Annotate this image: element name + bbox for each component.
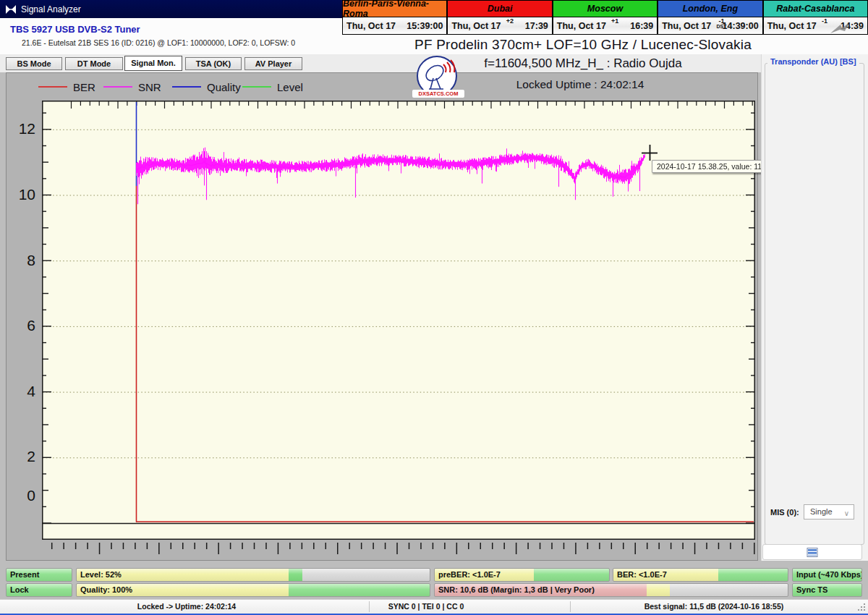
clock-time-row: Thu, Oct 17 15:39:00 (342, 17, 447, 35)
y-tick-label: 4 (7, 382, 35, 401)
clock-date: Thu, Oct 17 (346, 21, 396, 31)
syncts-indicator: Sync TS (792, 583, 862, 597)
y-tick-label: 12 (7, 119, 35, 138)
legend-snr: SNR (103, 80, 161, 94)
y-tick-label: 8 (7, 251, 35, 270)
transponder-title: Transponder (AU) [BS] (767, 57, 859, 66)
clock-london: London, Eng Thu, Oct 17 -1DST 14:39:00 (658, 0, 762, 35)
quality-line-swatch (172, 86, 201, 88)
snr-plot-canvas (42, 101, 755, 540)
dxsatcs-logo-text: DXSATCS.COM (412, 90, 464, 98)
transponder-panel: Transponder (AU) [BS] Frequency:11604,54… (761, 54, 868, 561)
clock-time: 14:39:00 (723, 21, 759, 31)
clock-dubai: Dubai Thu, Oct 17 +2 17:39 (447, 0, 552, 35)
tab-dt-mode[interactable]: DT Mode (65, 57, 123, 70)
lock-indicator: Lock (6, 583, 72, 597)
clock-rabat: Rabat-Casablanca Thu, Oct 17 -1 14:39 (763, 0, 868, 35)
input-indicator: Input (~470 Kbps) (792, 568, 862, 582)
clock-city-label: Berlin-Paris-Vienna-Roma (342, 0, 447, 17)
legend-quality: Quality (172, 80, 241, 94)
legend-level: Level (242, 80, 303, 94)
clock-time: 17:39 (525, 21, 548, 31)
signature-mark-icon (829, 22, 851, 36)
present-indicator: Present (6, 568, 72, 582)
resize-grip[interactable] (857, 603, 866, 611)
transponder-groupbox (765, 63, 864, 545)
clock-time-row: Thu, Oct 17 -1DST 14:39:00 (658, 17, 762, 35)
mis-label: MIS (0): (770, 508, 799, 517)
app-icon (5, 4, 17, 14)
clock-time: 16:39 (630, 21, 653, 31)
world-clocks: Berlin-Paris-Vienna-Roma Thu, Oct 17 15:… (342, 0, 868, 35)
tuner-name: TBS 5927 USB DVB-S2 Tuner (10, 24, 140, 35)
statusbar-separator (570, 601, 571, 612)
preber-bar: preBER: <1.0E-7 (434, 568, 610, 582)
clock-berlin: Berlin-Paris-Vienna-Roma Thu, Oct 17 15:… (342, 0, 447, 35)
clock-date: Thu, Oct 17 (557, 21, 606, 31)
statusbar-uptime: Locked -> Uptime: 24:02:14 (137, 602, 236, 611)
mis-selected-value: Single (810, 507, 833, 516)
level-line-swatch (242, 86, 271, 88)
clock-city-label: Dubai (447, 0, 552, 17)
clock-offset: -1 (822, 17, 827, 25)
clock-date: Thu, Oct 17 (767, 21, 817, 31)
clock-moscow: Moscow Thu, Oct 17 +1 16:39 (553, 0, 658, 35)
dish-header: PF Prodelin 370cm+ LOF=10 GHz / Lucenec-… (405, 37, 761, 53)
signal-chart-panel: BER SNR Quality Level Locked Uptime : 24… (6, 72, 758, 561)
clock-offset: +1 (611, 17, 618, 25)
legend-ber: BER (38, 80, 95, 94)
clock-time: 15:39:00 (407, 21, 443, 31)
snr-line-swatch (103, 86, 132, 88)
y-tick-label: 6 (7, 316, 35, 335)
save-snapshot-button[interactable] (762, 544, 862, 560)
snr-bar: SNR: 10,6 dB (Margin: 1,3 dB | Very Poor… (434, 583, 788, 597)
clock-offset: +2 (506, 17, 514, 25)
statusbar-sync: SYNC 0 | TEI 0 | CC 0 (388, 602, 464, 611)
tab-tsa[interactable]: TSA (OK) (185, 57, 242, 70)
clock-date: Thu, Oct 17 (662, 21, 711, 31)
window-statusbar: Locked -> Uptime: 24:02:14 SYNC 0 | TEI … (0, 599, 868, 614)
clock-date: Thu, Oct 17 (451, 21, 501, 31)
clock-time-row: Thu, Oct 17 -1 14:39 (763, 17, 868, 35)
y-tick-label: 2 (7, 447, 35, 466)
level-bar: Level: 52% (76, 568, 430, 582)
ber-bar: BER: <1.0E-7 (613, 568, 788, 582)
printer-icon (807, 548, 818, 557)
clock-city-label: Rabat-Casablanca (763, 0, 868, 17)
tab-bs-mode[interactable]: BS Mode (6, 57, 62, 70)
clock-time-row: Thu, Oct 17 +2 17:39 (447, 17, 552, 35)
quality-bar: Quality: 100% (76, 583, 430, 597)
y-tick-label: 0 (7, 486, 35, 505)
x-axis-ticks-canvas (42, 540, 755, 559)
chevron-down-icon: ∨ (844, 506, 849, 520)
statusbar-best-signal: Best signal: 11,5 dB (2024-10-16 18:55) (644, 602, 784, 611)
statusbar-separator (369, 601, 370, 612)
clock-city-label: Moscow (553, 0, 658, 17)
y-tick-label: 10 (7, 185, 35, 204)
clock-time-row: Thu, Oct 17 +1 16:39 (553, 17, 658, 35)
tuner-info: 21.6E - Eutelsat 21B SES 16 (ID: 0216) @… (22, 38, 295, 47)
ber-line-swatch (38, 86, 67, 88)
mis-dropdown[interactable]: Single ∨ (804, 504, 854, 519)
window-title: Signal Analyzer (21, 4, 81, 14)
clock-city-label: London, Eng (658, 0, 762, 17)
tab-av-player[interactable]: AV Player (244, 57, 302, 70)
tab-signal-mon[interactable]: Signal Mon. (124, 56, 182, 71)
